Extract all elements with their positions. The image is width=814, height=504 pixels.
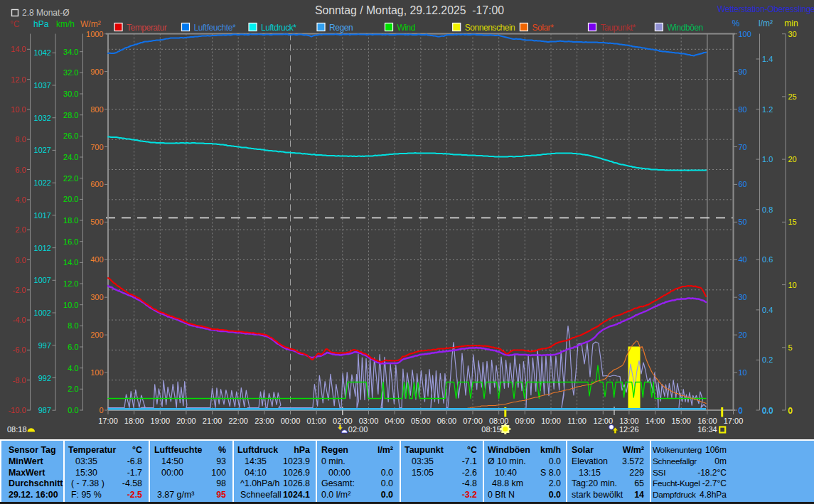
svg-text:10: 10 — [788, 281, 797, 289]
svg-text:1017: 1017 — [34, 211, 51, 220]
svg-text:20: 20 — [739, 331, 747, 339]
svg-text:0: 0 — [99, 406, 103, 414]
svg-text:1.4: 1.4 — [762, 55, 773, 63]
svg-text:30.0: 30.0 — [63, 90, 78, 98]
svg-text:21:00: 21:00 — [203, 417, 223, 425]
svg-text:06:00: 06:00 — [437, 417, 457, 425]
svg-text:700: 700 — [90, 143, 103, 151]
svg-text:2.8 Monat-Ø: 2.8 Monat-Ø — [22, 8, 70, 18]
svg-text:15: 15 — [788, 218, 797, 226]
svg-text:14:00: 14:00 — [646, 417, 665, 425]
svg-text:30: 30 — [788, 30, 797, 38]
svg-text:10: 10 — [739, 368, 747, 377]
svg-text:16.0: 16.0 — [63, 237, 78, 246]
svg-text:07:00: 07:00 — [463, 417, 483, 425]
svg-text:50: 50 — [739, 218, 747, 226]
svg-text:-8.0: -8.0 — [13, 376, 26, 385]
svg-text:22:00: 22:00 — [228, 417, 248, 425]
svg-text:04:00: 04:00 — [385, 417, 405, 425]
svg-text:25: 25 — [788, 92, 797, 101]
svg-text:Wetterstation-Oberesslingen: Wetterstation-Oberesslingen — [717, 4, 814, 14]
svg-text:12.0: 12.0 — [11, 75, 26, 84]
svg-text:10.0: 10.0 — [63, 301, 78, 309]
svg-text:10:00: 10:00 — [541, 417, 561, 425]
svg-text:12:00: 12:00 — [594, 417, 614, 425]
svg-text:11:00: 11:00 — [567, 417, 587, 425]
svg-text:300: 300 — [90, 293, 103, 301]
svg-text:15:00: 15:00 — [671, 417, 691, 425]
svg-text:02:00: 02:00 — [348, 425, 368, 434]
svg-text:Regen: Regen — [329, 23, 353, 33]
svg-text:200: 200 — [90, 331, 103, 339]
svg-text:100: 100 — [90, 368, 103, 377]
svg-text:32.0: 32.0 — [63, 68, 78, 77]
svg-text:2.0: 2.0 — [15, 225, 26, 234]
svg-text:l/m²: l/m² — [759, 18, 773, 28]
svg-text:8.0: 8.0 — [15, 135, 26, 144]
svg-text:00:00: 00:00 — [281, 417, 301, 425]
svg-text:Luftfeuchte*: Luftfeuchte* — [194, 23, 236, 33]
svg-text:20.0: 20.0 — [63, 195, 78, 203]
svg-text:500: 500 — [90, 218, 103, 226]
svg-text:1022: 1022 — [34, 178, 51, 187]
svg-text:1007: 1007 — [34, 276, 51, 284]
svg-text:1000: 1000 — [86, 30, 103, 38]
svg-text:5: 5 — [788, 343, 793, 352]
svg-text:14.0: 14.0 — [63, 258, 78, 267]
svg-text:01:00: 01:00 — [306, 417, 326, 425]
svg-text:08:18: 08:18 — [7, 425, 27, 434]
svg-text:22.0: 22.0 — [63, 174, 78, 183]
svg-text:1037: 1037 — [34, 81, 51, 90]
svg-text:16:34: 16:34 — [697, 425, 717, 434]
svg-text:hPa: hPa — [33, 19, 49, 29]
svg-text:14.0: 14.0 — [11, 45, 26, 53]
svg-text:992: 992 — [38, 374, 51, 382]
svg-text:min: min — [784, 18, 798, 28]
svg-text:km/h: km/h — [56, 19, 75, 29]
svg-text:4.0: 4.0 — [68, 364, 78, 372]
svg-text:0.6: 0.6 — [762, 255, 773, 264]
svg-text:W/m²: W/m² — [80, 19, 101, 29]
svg-text:Taupunkt*: Taupunkt* — [601, 23, 636, 33]
svg-text:Windböen: Windböen — [667, 23, 702, 33]
svg-text:600: 600 — [90, 180, 103, 188]
svg-text:Sonntag / Montag, 29.12.2025: Sonntag / Montag, 29.12.2025 -17:00 — [315, 4, 504, 16]
svg-text:Solar*: Solar* — [532, 23, 554, 33]
svg-text:23:00: 23:00 — [255, 417, 274, 425]
svg-text:-4.0: -4.0 — [13, 316, 26, 324]
svg-text:18.0: 18.0 — [63, 216, 78, 225]
svg-text:6.0: 6.0 — [15, 166, 26, 174]
svg-text:-2.0: -2.0 — [13, 286, 26, 294]
svg-text:8.0: 8.0 — [68, 321, 78, 330]
svg-text:400: 400 — [90, 255, 103, 264]
svg-text:Sonnenschein: Sonnenschein — [465, 23, 515, 33]
svg-text:24.0: 24.0 — [63, 153, 78, 161]
svg-text:1042: 1042 — [34, 48, 51, 57]
svg-text:0.0: 0.0 — [68, 406, 78, 414]
svg-text:05:00: 05:00 — [411, 417, 431, 425]
svg-text:2.0: 2.0 — [68, 385, 78, 393]
svg-text:12.0: 12.0 — [63, 279, 78, 288]
svg-text:Luftdruck*: Luftdruck* — [261, 23, 296, 33]
svg-text:70: 70 — [739, 143, 747, 151]
svg-text:09:00: 09:00 — [515, 417, 535, 425]
svg-text:30: 30 — [739, 293, 747, 301]
svg-text:800: 800 — [90, 105, 103, 114]
svg-text:1002: 1002 — [34, 309, 51, 317]
svg-text:34.0: 34.0 — [63, 48, 78, 56]
svg-text:%: % — [732, 18, 740, 28]
svg-text:80: 80 — [739, 105, 747, 114]
svg-text:20:00: 20:00 — [176, 417, 196, 425]
svg-text:1027: 1027 — [34, 146, 51, 154]
svg-text:18:00: 18:00 — [124, 417, 144, 425]
svg-text:12:26: 12:26 — [619, 425, 639, 434]
svg-text:0: 0 — [788, 407, 793, 415]
svg-text:987: 987 — [38, 406, 51, 414]
svg-text:0.8: 0.8 — [762, 205, 773, 214]
svg-text:1.0: 1.0 — [762, 155, 773, 163]
svg-text:28.0: 28.0 — [63, 111, 78, 119]
svg-text:Temperatur: Temperatur — [127, 23, 167, 33]
svg-text:0.4: 0.4 — [762, 306, 773, 314]
svg-text:02:00: 02:00 — [333, 417, 353, 425]
svg-text:13:00: 13:00 — [619, 417, 639, 425]
